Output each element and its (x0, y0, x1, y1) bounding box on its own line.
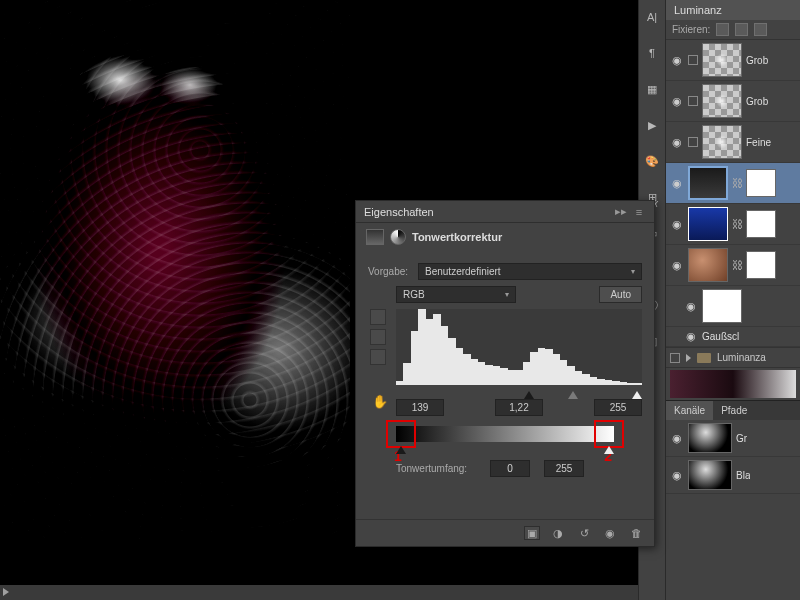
collapse-icon[interactable]: ▸▸ (614, 205, 628, 218)
input-black-slider[interactable] (524, 391, 534, 399)
link-icon[interactable]: ⛓ (732, 177, 742, 189)
layer-thumbnail[interactable] (688, 207, 728, 241)
group-name[interactable]: Luminanza (717, 352, 766, 363)
layer-row[interactable]: ◉ Grob (666, 81, 800, 122)
layer-row[interactable]: ◉ ⛓ (666, 245, 800, 286)
delete-icon[interactable]: 🗑 (628, 526, 644, 540)
toggle-visibility-icon[interactable]: ◉ (602, 526, 618, 540)
output-black-field[interactable]: 0 (490, 460, 530, 477)
visibility-eye-icon[interactable]: ◉ (670, 218, 684, 231)
input-white-field[interactable]: 255 (594, 399, 642, 416)
tab-paths[interactable]: Pfade (713, 401, 755, 420)
layer-thumbnail[interactable] (702, 43, 742, 77)
channel-select[interactable]: RGB▾ (396, 286, 516, 303)
layer-thumbnail-strip[interactable] (670, 370, 796, 398)
histogram-chart[interactable] (396, 309, 642, 385)
layer-mask-thumbnail[interactable] (746, 210, 776, 238)
color-panel-icon[interactable]: 🎨 (643, 152, 661, 170)
lock-pixels-icon[interactable] (716, 23, 729, 36)
layer-name[interactable]: Gaußscl (702, 331, 739, 342)
visibility-eye-icon[interactable]: ◉ (670, 54, 684, 67)
lock-all-icon[interactable] (754, 23, 767, 36)
layer-row[interactable]: ◉ Gaußscl (666, 327, 800, 347)
output-black-slider[interactable] (396, 446, 406, 454)
group-collapse-icon[interactable] (686, 354, 691, 362)
previous-state-icon[interactable]: ◑ (550, 526, 566, 540)
chevron-down-icon: ▾ (631, 267, 635, 276)
layer-checkbox[interactable] (688, 137, 698, 147)
layer-group-row[interactable]: Luminanza (666, 347, 800, 368)
input-gamma-slider[interactable] (568, 391, 578, 399)
layer-row[interactable]: ◉ ⛓ (666, 204, 800, 245)
adjustment-thumbnail[interactable] (688, 166, 728, 200)
visibility-eye-icon[interactable]: ◉ (670, 259, 684, 272)
clip-to-layer-icon[interactable]: ▣ (524, 526, 540, 540)
input-black-field[interactable]: 139 (396, 399, 444, 416)
hand-scrubber-icon[interactable]: ✋ (372, 394, 388, 410)
channel-row[interactable]: ◉ Bla (666, 457, 800, 494)
output-gradient[interactable]: 1 2 (396, 426, 614, 442)
visibility-eye-icon[interactable]: ◉ (684, 330, 698, 343)
tab-channels[interactable]: Kanäle (666, 401, 713, 420)
visibility-eye-icon[interactable]: ◉ (670, 177, 684, 190)
lock-position-icon[interactable] (735, 23, 748, 36)
actions-play-icon[interactable]: ▶ (643, 116, 661, 134)
link-icon[interactable]: ⛓ (732, 218, 742, 230)
output-slider-track[interactable] (396, 442, 614, 454)
channel-thumbnail[interactable] (688, 460, 732, 490)
paragraph-panel-icon[interactable]: ¶ (643, 44, 661, 62)
visibility-eye-icon[interactable]: ◉ (684, 300, 698, 313)
panel-titlebar[interactable]: Eigenschaften ▸▸ ≡ (356, 201, 654, 223)
input-slider-track[interactable] (396, 385, 642, 399)
levels-adjustment-icon (366, 229, 384, 245)
output-white-slider[interactable] (604, 446, 614, 454)
layer-row[interactable]: ◉ Grob (666, 40, 800, 81)
channel-thumbnail[interactable] (688, 423, 732, 453)
swatches-panel-icon[interactable]: ▦ (643, 80, 661, 98)
layer-thumbnail[interactable] (688, 248, 728, 282)
visibility-eye-icon[interactable]: ◉ (670, 469, 684, 482)
layer-mask-thumbnail[interactable] (746, 169, 776, 197)
input-white-slider[interactable] (632, 391, 642, 399)
panel-menu-icon[interactable]: ≡ (632, 206, 646, 218)
channel-row[interactable]: ◉ Gr (666, 420, 800, 457)
blend-mode-select[interactable]: Luminanz (666, 0, 800, 20)
visibility-eye-icon[interactable]: ◉ (670, 136, 684, 149)
reset-icon[interactable]: ↺ (576, 526, 592, 540)
layer-thumbnail[interactable] (702, 289, 742, 323)
panel-footer: ▣ ◑ ↺ ◉ 🗑 (356, 519, 654, 546)
layer-name[interactable]: Grob (746, 55, 768, 66)
output-white-field[interactable]: 255 (544, 460, 584, 477)
auto-button[interactable]: Auto (599, 286, 642, 303)
link-icon[interactable]: ⛓ (732, 259, 742, 271)
channels-list: ◉ Gr ◉ Bla (666, 420, 800, 494)
layer-thumbnail[interactable] (702, 125, 742, 159)
animation-play-icon[interactable] (3, 588, 9, 596)
layer-row[interactable]: ◉ ⛓ (666, 163, 800, 204)
layer-checkbox[interactable] (688, 55, 698, 65)
input-gamma-field[interactable]: 1,22 (495, 399, 543, 416)
preset-select[interactable]: Benutzerdefiniert▾ (418, 263, 642, 280)
layer-checkbox[interactable] (670, 353, 680, 363)
eyedropper-white-icon[interactable] (370, 349, 386, 365)
visibility-eye-icon[interactable]: ◉ (670, 95, 684, 108)
eyedropper-gray-icon[interactable] (370, 329, 386, 345)
layer-row[interactable]: ◉ (666, 286, 800, 327)
text-tool-icon[interactable]: A| (643, 8, 661, 26)
visibility-eye-icon[interactable]: ◉ (670, 432, 684, 445)
horizontal-scrollbar[interactable] (0, 585, 660, 600)
preset-label: Vorgabe: (368, 266, 412, 277)
layers-panel: Luminanz Fixieren: ◉ Grob ◉ Grob ◉ Feine… (666, 0, 800, 600)
layer-row[interactable]: ◉ Feine (666, 122, 800, 163)
panel-title: Eigenschaften (364, 206, 610, 218)
layer-name[interactable]: Grob (746, 96, 768, 107)
layer-name[interactable]: Feine (746, 137, 771, 148)
mask-mode-icon[interactable] (390, 229, 406, 245)
document-canvas[interactable] (0, 0, 350, 540)
layer-mask-thumbnail[interactable] (746, 251, 776, 279)
layer-checkbox[interactable] (688, 96, 698, 106)
histogram-area: ✋ (396, 309, 642, 385)
adjustment-name: Tonwertkorrektur (412, 231, 502, 243)
layer-thumbnail[interactable] (702, 84, 742, 118)
eyedropper-black-icon[interactable] (370, 309, 386, 325)
